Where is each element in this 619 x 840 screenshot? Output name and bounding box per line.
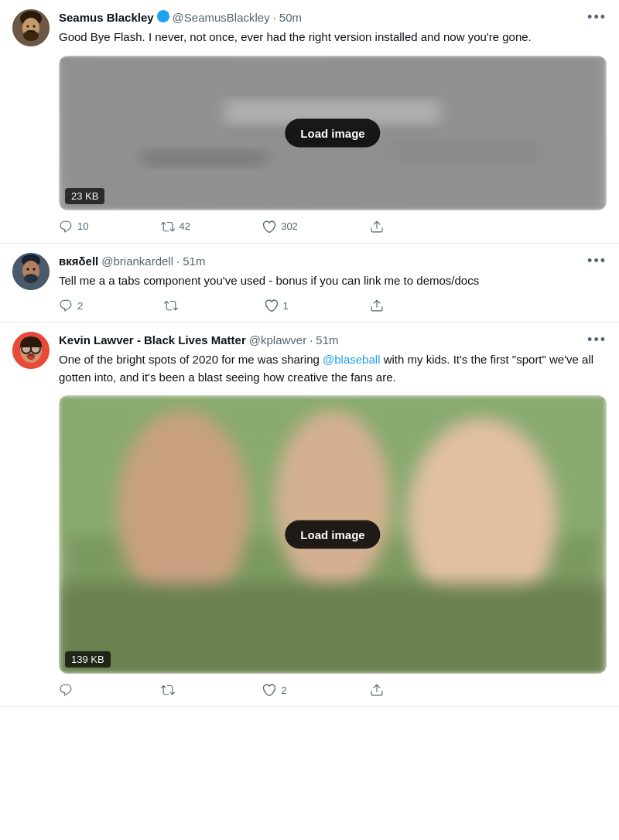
tweet-2-meta: вкяδell @briankardell · 51m <box>59 254 205 268</box>
tweet-3-image-size: 139 KB <box>65 651 111 668</box>
tweet-2-header: вкяδell @briankardell · 51m ••• <box>59 253 607 269</box>
tweet-3-left <box>12 332 50 697</box>
svg-point-14 <box>27 268 29 270</box>
avatar-kevin-svg <box>12 332 50 369</box>
like-count-3: 2 <box>281 685 286 696</box>
like-icon-3 <box>262 683 276 697</box>
reply-icon-2 <box>59 299 73 312</box>
tweet-1-text: Good Bye Flash. I never, not once, ever … <box>59 29 607 46</box>
tweet-1-image-size: 23 KB <box>65 188 104 204</box>
retweet-action-2[interactable] <box>164 299 183 312</box>
reply-action-2[interactable]: 2 <box>59 299 83 312</box>
retweet-icon-1 <box>161 220 175 234</box>
load-image-btn-3[interactable]: Load image <box>285 521 380 549</box>
tweet-1-header: Seamus Blackley @SeamusBlackley · 50m ••… <box>59 9 607 26</box>
tweet-1-timestamp: 50m <box>279 11 302 24</box>
retweet-action-3[interactable] <box>161 683 180 697</box>
svg-point-3 <box>23 30 39 41</box>
tweet-1-display-name: Seamus Blackley <box>59 11 154 24</box>
load-image-btn-1[interactable]: Load image <box>285 118 380 147</box>
tweet-2-text: Tell me a a tabs component you've used -… <box>59 272 607 290</box>
svg-rect-9 <box>391 141 540 162</box>
retweet-icon-2 <box>164 299 178 312</box>
tweet-2-username: @briankardell <box>101 254 173 268</box>
avatar-kevin[interactable] <box>12 332 50 369</box>
retweet-icon-3 <box>161 683 175 697</box>
svg-point-13 <box>24 274 38 283</box>
reply-icon-3 <box>59 683 73 697</box>
verified-icon-1 <box>157 10 169 25</box>
svg-point-5 <box>33 26 36 28</box>
like-icon-2 <box>265 299 279 312</box>
tweet-1: Seamus Blackley @SeamusBlackley · 50m ••… <box>0 0 619 244</box>
mention-blaseball[interactable]: @blaseball <box>323 353 380 366</box>
svg-point-4 <box>27 26 29 28</box>
tweet-1-left <box>12 9 50 234</box>
tweet-3-header: Kevin Lawver - Black Lives Matter @kplaw… <box>59 332 607 348</box>
tweet-2: вкяδell @briankardell · 51m ••• Tell me … <box>0 244 619 323</box>
retweet-action-1[interactable]: 42 <box>161 220 190 234</box>
like-count-1: 302 <box>281 220 298 232</box>
share-action-3[interactable] <box>370 683 384 697</box>
tweet-1-image-wrapper: Load image 23 KB <box>59 56 607 210</box>
reply-action-3[interactable] <box>59 683 77 697</box>
tweet-3-display-name: Kevin Lawver - Black Lives Matter <box>59 333 246 347</box>
more-options-3[interactable]: ••• <box>587 332 607 348</box>
share-icon-2 <box>370 299 384 312</box>
share-icon-3 <box>370 683 384 697</box>
tweet-3-actions: 2 <box>59 683 384 697</box>
tweet-2-display-name: вкяδell <box>59 254 98 268</box>
like-action-1[interactable]: 302 <box>262 220 298 234</box>
tweet-3-username: @kplawver <box>249 333 306 347</box>
svg-point-27 <box>28 356 34 359</box>
tweet-3: Kevin Lawver - Black Lives Matter @kplaw… <box>0 323 619 707</box>
more-options-2[interactable]: ••• <box>587 253 607 269</box>
avatar-brian[interactable] <box>12 253 50 290</box>
tweet-3-right: Kevin Lawver - Black Lives Matter @kplaw… <box>59 332 607 697</box>
tweet-1-meta: Seamus Blackley @SeamusBlackley · 50m <box>59 10 302 25</box>
retweet-count-1: 42 <box>180 220 190 232</box>
share-icon-1 <box>370 220 384 234</box>
tweet-3-text: One of the bright spots of 2020 for me w… <box>59 351 607 386</box>
tweet-3-image-wrapper: Load image 139 KB <box>59 395 607 674</box>
reply-action-1[interactable]: 10 <box>59 220 88 234</box>
svg-point-15 <box>33 268 36 270</box>
tweet-1-right: Seamus Blackley @SeamusBlackley · 50m ••… <box>59 9 607 234</box>
like-count-2: 1 <box>283 300 289 312</box>
tweet-2-actions: 2 1 <box>59 299 384 312</box>
avatar-brian-svg <box>12 253 50 290</box>
reply-count-2: 2 <box>77 300 83 312</box>
tweet-1-actions: 10 42 302 <box>59 220 384 234</box>
avatar-seamus[interactable] <box>12 9 50 46</box>
share-action-2[interactable] <box>370 299 384 312</box>
tweet-1-username: @SeamusBlackley <box>173 11 270 24</box>
tweet-2-right: вкяδell @briankardell · 51m ••• Tell me … <box>59 253 607 313</box>
svg-point-31 <box>275 410 391 592</box>
like-action-3[interactable]: 2 <box>262 683 286 697</box>
share-action-1[interactable] <box>370 220 384 234</box>
avatar-seamus-svg <box>12 9 50 46</box>
tweet-2-left <box>12 253 50 313</box>
svg-point-30 <box>117 410 250 609</box>
like-action-2[interactable]: 1 <box>265 299 289 312</box>
svg-rect-33 <box>59 584 607 674</box>
tweet-3-timestamp: 51m <box>316 333 338 347</box>
reply-count-1: 10 <box>77 220 88 232</box>
tweet-3-meta: Kevin Lawver - Black Lives Matter @kplaw… <box>59 333 339 347</box>
reply-icon-1 <box>59 220 73 234</box>
more-options-1[interactable]: ••• <box>587 9 607 26</box>
svg-rect-8 <box>142 149 266 166</box>
like-icon-1 <box>262 220 276 234</box>
tweet-2-timestamp: 51m <box>183 254 205 268</box>
